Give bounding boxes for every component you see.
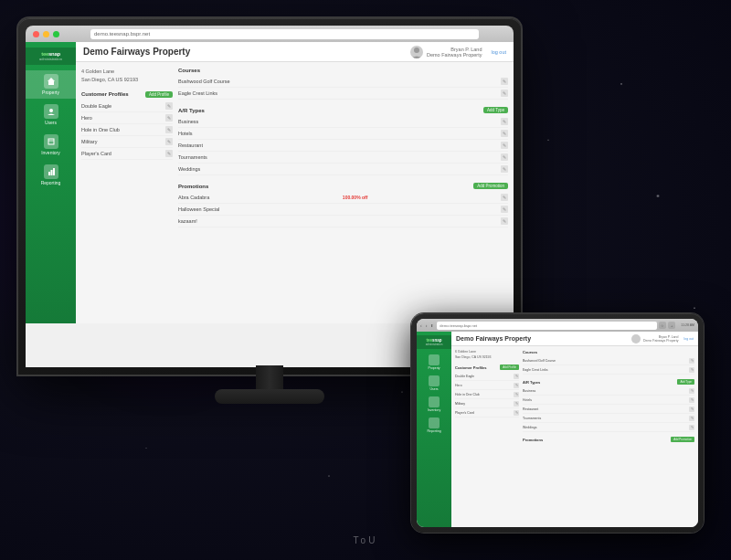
tablet-edit-icon[interactable]: ✎ — [514, 392, 519, 397]
edit-icon[interactable]: ✎ — [501, 130, 508, 137]
tablet-avatar — [631, 334, 641, 343]
ar-type-item: Weddings ✎ — [178, 164, 508, 175]
app-sidebar: teesnap administration Property — [26, 42, 76, 323]
tablet-add-promotion[interactable]: Add Promotion — [671, 437, 694, 442]
edit-icon[interactable]: ✎ — [165, 102, 173, 110]
user-info: Bryan P. Land Demo Fairways Property — [427, 47, 482, 58]
tablet-share[interactable]: ⬆ — [430, 323, 433, 328]
edit-icon[interactable]: ✎ — [165, 114, 173, 122]
edit-icon[interactable]: ✎ — [501, 118, 508, 125]
edit-icon[interactable]: ✎ — [165, 126, 173, 133]
tablet-edit-icon[interactable]: ✎ — [689, 367, 694, 373]
add-promotion-button[interactable]: Add Promotion — [473, 183, 508, 189]
tablet-edit-icon[interactable]: ✎ — [689, 397, 694, 403]
tablet-list-item: Military ✎ — [455, 399, 519, 408]
close-button[interactable] — [33, 31, 39, 37]
tablet-list-item: Double Eagle ✎ — [455, 372, 519, 381]
tablet-back[interactable]: ‹ — [420, 322, 422, 328]
svg-point-2 — [49, 109, 53, 112]
ar-type-item: Hotels ✎ — [178, 128, 508, 140]
edit-icon[interactable]: ✎ — [501, 165, 508, 173]
edit-icon[interactable]: ✎ — [501, 206, 508, 213]
content-right: Courses Bushwood Golf Course ✎ Eagle Cre… — [178, 68, 508, 318]
tablet-promotions-section: Promotions Add Promotion — [523, 437, 694, 442]
tablet-nav-users[interactable]: Users — [417, 373, 451, 394]
tablet-header-user: Bryan P. Land Demo Fairways Property log… — [631, 334, 694, 343]
minimize-button[interactable] — [43, 31, 49, 37]
reporting-icon — [44, 164, 58, 179]
ar-type-item: Business ✎ — [178, 116, 508, 128]
tablet-nav-reporting[interactable]: Reporting — [417, 415, 451, 436]
tablet-add-type[interactable]: Add Type — [677, 379, 694, 385]
tablet-forward[interactable]: › — [426, 322, 428, 328]
sidebar-item-users[interactable]: Users — [26, 100, 76, 129]
logo-sub: administration — [29, 57, 72, 61]
tablet-nav-icons: ☆ + — [659, 322, 675, 329]
tablet-screen: ‹ › ⬆ demo.teesnap.bspr.net ☆ + 11:28 AM — [417, 319, 698, 527]
tablet-ar-item: Tournaments ✎ — [523, 414, 694, 423]
tablet-edit-icon[interactable]: ✎ — [689, 425, 694, 430]
maximize-button[interactable] — [53, 31, 59, 37]
promo-item: Abra Cadabra 100.00% off ✎ — [178, 192, 508, 204]
sidebar-item-property[interactable]: Property — [26, 70, 76, 99]
list-item: Hole in One Club ✎ — [81, 124, 173, 136]
tablet-content-right: Courses Bushwood Golf Course ✎ Eagle Cre… — [523, 350, 694, 523]
tablet-nav-inventory[interactable]: Inventory — [417, 394, 451, 415]
tablet-edit-icon[interactable]: ✎ — [514, 401, 519, 407]
course-item: Bushwood Golf Course ✎ — [178, 76, 508, 88]
header-user-area: Bryan P. Land Demo Fairways Property log… — [410, 46, 506, 58]
edit-icon[interactable]: ✎ — [501, 153, 508, 161]
ar-type-item: Restaurant ✎ — [178, 140, 508, 152]
sidebar-item-inventory[interactable]: Inventory — [26, 131, 76, 159]
tablet-edit-icon[interactable]: ✎ — [514, 383, 519, 388]
edit-icon[interactable]: ✎ — [501, 90, 508, 97]
customer-profiles-list: Double Eagle ✎ Hero ✎ Hole in One Club — [81, 100, 173, 160]
tablet-ar-item: Restaurant ✎ — [523, 405, 694, 414]
tablet-ar-item: Weddings ✎ — [523, 423, 694, 432]
tablet-add-profile[interactable]: Add Profile — [500, 365, 519, 370]
tablet-content-left: 6 Golden Lane San Diego, CA US 92193 Cus… — [455, 350, 519, 523]
tablet-edit-icon[interactable]: ✎ — [689, 388, 694, 394]
edit-icon[interactable]: ✎ — [165, 138, 173, 145]
tablet-url-bar[interactable]: demo.teesnap.bspr.net — [437, 322, 657, 330]
add-type-button[interactable]: Add Type — [483, 107, 508, 113]
tablet-inventory-icon — [429, 396, 440, 407]
edit-icon[interactable]: ✎ — [501, 217, 508, 225]
tablet-edit-icon[interactable]: ✎ — [689, 416, 694, 421]
tablet-content: 6 Golden Lane San Diego, CA US 92193 Cus… — [451, 346, 698, 527]
app-main: Demo Fairways Property Bryan P. Land Dem… — [76, 42, 514, 323]
tablet-sidebar: teesnap administration Property Users — [417, 332, 451, 527]
tablet-bookmark[interactable]: ☆ — [659, 322, 666, 329]
tablet-list-item: Hero ✎ — [455, 381, 519, 390]
promo-item: Halloween Special ✎ — [178, 204, 508, 216]
sidebar-item-reporting[interactable]: Reporting — [26, 161, 76, 189]
tablet-body: ‹ › ⬆ demo.teesnap.bspr.net ☆ + 11:28 AM — [411, 313, 704, 533]
tablet-users-icon — [429, 375, 440, 386]
app-layout: teesnap administration Property — [26, 42, 514, 323]
tablet-logout[interactable]: log out — [683, 337, 694, 341]
edit-icon[interactable]: ✎ — [501, 142, 508, 149]
promo-item: kazaam! ✎ — [178, 216, 508, 227]
edit-icon[interactable]: ✎ — [501, 78, 508, 85]
property-icon — [44, 74, 58, 89]
url-bar[interactable]: demo.teesnap.bspr.net — [90, 29, 479, 39]
add-profile-button[interactable]: Add Profile — [145, 91, 173, 98]
tablet-nav-property[interactable]: Property — [417, 352, 451, 373]
tablet-edit-icon[interactable]: ✎ — [514, 374, 519, 379]
edit-icon[interactable]: ✎ — [501, 194, 508, 201]
tablet-edit-icon[interactable]: ✎ — [689, 407, 694, 412]
tablet-edit-icon[interactable]: ✎ — [689, 358, 694, 364]
tablet-reporting-icon — [429, 417, 440, 428]
tablet-course-item: Eagle Crest Links ✎ — [523, 365, 694, 375]
tablet-property-icon — [429, 354, 440, 365]
edit-icon[interactable]: ✎ — [165, 150, 173, 157]
course-item: Eagle Crest Links ✎ — [178, 88, 508, 100]
tablet-new-tab[interactable]: + — [668, 322, 675, 329]
svg-rect-7 — [53, 168, 55, 175]
tablet-list-item: Player's Card ✎ — [455, 408, 519, 417]
tablet-user-info: Bryan P. Land Demo Fairways Property — [643, 335, 679, 343]
svg-rect-5 — [48, 172, 50, 175]
logout-button[interactable]: log out — [491, 49, 506, 55]
tablet-edit-icon[interactable]: ✎ — [514, 410, 519, 416]
monitor-stand-base — [215, 389, 324, 404]
